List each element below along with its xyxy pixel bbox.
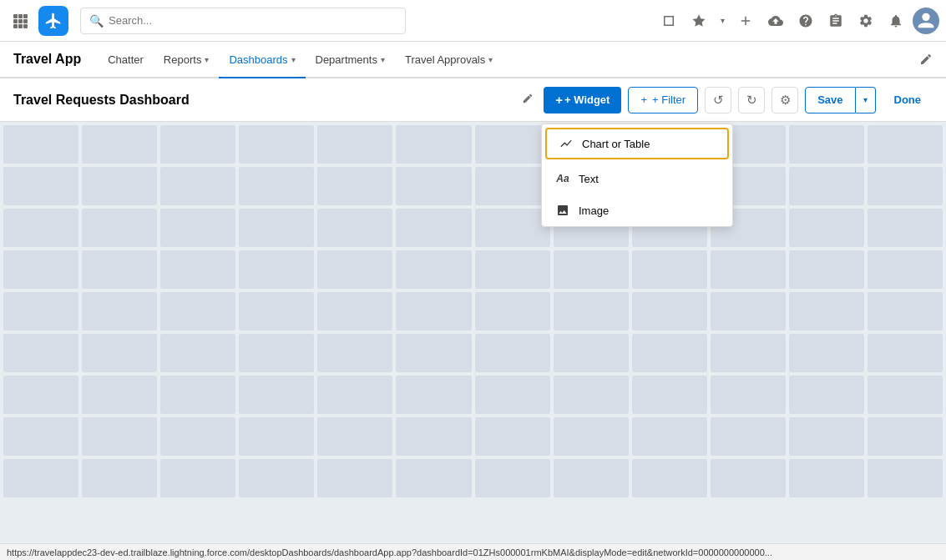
add-icon-btn[interactable]: [732, 8, 759, 34]
dashboard-edit-icon[interactable]: [519, 89, 537, 110]
nav-item-dashboards[interactable]: Dashboards ▾: [219, 42, 305, 78]
nav-item-reports[interactable]: Reports ▾: [154, 41, 220, 78]
grid-cell: [632, 417, 707, 456]
grid-container: [0, 122, 946, 501]
redo-button[interactable]: ↻: [738, 87, 765, 114]
grid-cell: [554, 334, 629, 372]
grid-cell: [239, 125, 314, 164]
search-input[interactable]: [109, 14, 397, 27]
grid-cell: [317, 250, 392, 289]
add-widget-button[interactable]: + + Widget: [544, 87, 621, 114]
grid-cell: [789, 376, 864, 414]
notification-icon-btn[interactable]: [883, 8, 909, 34]
svg-rect-5: [23, 19, 28, 23]
grid-cell: [868, 459, 943, 497]
grid-cell: [3, 417, 78, 456]
done-button[interactable]: Done: [883, 87, 933, 114]
dropdown-item-image[interactable]: Image: [542, 194, 732, 226]
app-launcher-icon[interactable]: [7, 8, 33, 34]
add-filter-button[interactable]: + + Filter: [628, 87, 698, 114]
settings-icon-btn[interactable]: [852, 8, 879, 34]
grid-cell: [317, 167, 392, 205]
grid-cell: [317, 125, 392, 164]
grid-cell: [239, 417, 314, 456]
grid-cell: [396, 167, 471, 205]
app-nav: Travel App Chatter Reports ▾ Dashboards …: [0, 42, 946, 78]
text-icon: Aa: [555, 171, 570, 186]
favorites-icon-btn[interactable]: [685, 8, 712, 34]
status-url: https://travelappdec23-dev-ed.trailblaze…: [7, 547, 772, 557]
image-icon: [555, 203, 570, 218]
home-icon-btn[interactable]: [655, 8, 682, 34]
settings-button[interactable]: ⚙: [771, 87, 798, 114]
filter-button-label: + Filter: [652, 93, 685, 106]
svg-rect-2: [23, 14, 28, 18]
grid-cell: [82, 292, 157, 330]
grid-cell: [396, 250, 471, 289]
svg-point-9: [922, 13, 929, 20]
grid-cell: [82, 376, 157, 414]
grid-cell: [82, 417, 157, 456]
svg-rect-0: [13, 14, 18, 18]
undo-button[interactable]: ↺: [705, 87, 731, 114]
grid-cell: [3, 459, 78, 497]
grid-cell: [239, 292, 314, 330]
travel-approvals-chevron-icon: ▾: [488, 55, 493, 64]
save-dropdown-button[interactable]: ▾: [856, 87, 876, 114]
dropdown-item-chart-or-table[interactable]: Chart or Table: [545, 128, 729, 159]
grid-cell: [789, 125, 864, 164]
grid-cell: [160, 125, 235, 164]
dashboard-title: Travel Requests Dashboard: [13, 93, 512, 108]
top-nav: 🔍 ▾: [0, 0, 946, 42]
grid-cell: [475, 292, 550, 330]
grid-cell: [396, 125, 471, 164]
nav-travel-approvals-label: Travel Approvals: [405, 53, 485, 66]
grid-cell: [160, 209, 235, 247]
grid-cell: [160, 417, 235, 456]
nav-item-chatter[interactable]: Chatter: [98, 41, 154, 78]
grid-cell: [475, 459, 550, 497]
help-icon-btn[interactable]: [792, 8, 819, 34]
grid-cell: [789, 459, 864, 497]
grid-cell: [396, 292, 471, 330]
grid-cell: [317, 334, 392, 372]
svg-rect-8: [23, 24, 28, 28]
save-button[interactable]: Save: [805, 87, 855, 114]
grid-cell: [82, 125, 157, 164]
grid-cell: [3, 167, 78, 205]
user-avatar[interactable]: [913, 8, 939, 34]
grid-cell: [160, 292, 235, 330]
nav-item-travel-approvals[interactable]: Travel Approvals ▾: [395, 41, 503, 78]
upload-icon-btn[interactable]: [762, 8, 789, 34]
grid-cell: [396, 334, 471, 372]
dashboards-chevron-icon: ▾: [291, 55, 296, 64]
grid-cell: [317, 292, 392, 330]
grid-cell: [554, 250, 629, 289]
nav-edit-button[interactable]: [919, 53, 933, 66]
svg-rect-1: [18, 14, 23, 18]
clipboard-icon-btn[interactable]: [822, 8, 849, 34]
favorites-dropdown-icon[interactable]: ▾: [716, 8, 729, 34]
dropdown-item-text[interactable]: Aa Text: [542, 163, 732, 194]
grid-cell: [396, 459, 471, 497]
grid-cell: [82, 167, 157, 205]
nav-item-departments[interactable]: Departments ▾: [306, 41, 395, 78]
grid-cell: [711, 334, 786, 372]
plus-icon: +: [555, 93, 563, 107]
grid-cell: [160, 459, 235, 497]
grid-cell: [475, 376, 550, 414]
grid-cell: [317, 417, 392, 456]
svg-rect-4: [18, 19, 23, 23]
grid-cell: [632, 459, 707, 497]
svg-rect-3: [13, 19, 18, 23]
filter-plus-icon: +: [640, 93, 647, 106]
grid-cell: [789, 417, 864, 456]
svg-rect-6: [13, 24, 18, 28]
search-bar[interactable]: 🔍: [80, 8, 406, 34]
grid-cell: [160, 250, 235, 289]
grid-cell: [789, 292, 864, 330]
grid-cell: [239, 334, 314, 372]
grid-cell: [239, 376, 314, 414]
grid-cell: [554, 292, 629, 330]
image-label: Image: [579, 204, 609, 217]
